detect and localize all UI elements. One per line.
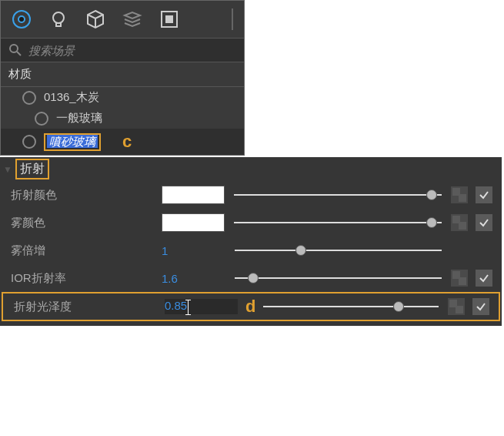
material-item[interactable]: 0136_木炭 — [1, 87, 244, 108]
prop-label: 折射颜色 — [0, 188, 162, 203]
enable-checkbox[interactable] — [476, 270, 492, 287]
svg-point-3 — [53, 12, 64, 23]
svg-point-2 — [19, 17, 24, 22]
slider[interactable] — [263, 297, 439, 316]
row-ior: IOR折射率 1.6 — [0, 264, 502, 292]
texture-toggle[interactable] — [451, 186, 468, 203]
text-cursor-icon — [188, 300, 189, 314]
texture-toggle[interactable] — [448, 298, 465, 315]
material-label: 噴砂玻璃 — [47, 135, 98, 148]
annotation-c: c — [122, 132, 132, 152]
material-item[interactable]: 一般玻璃 — [1, 108, 244, 129]
section-header-refraction[interactable]: ▼ 折射 — [0, 157, 502, 181]
scene-panel: 材质 0136_木炭 一般玻璃 噴砂玻璃 c — [0, 0, 245, 156]
material-swatch-icon — [22, 91, 36, 105]
section-title-materials: 材质 — [1, 62, 244, 87]
prop-value[interactable]: 1.6 — [162, 272, 235, 285]
prop-label: 雾颜色 — [0, 216, 162, 230]
material-list: 0136_木炭 一般玻璃 噴砂玻璃 c — [1, 87, 244, 155]
search-icon — [8, 43, 22, 57]
target-icon[interactable] — [12, 9, 32, 29]
material-item-selected[interactable]: 噴砂玻璃 c — [1, 129, 244, 155]
prop-value-editing[interactable]: 0.85 — [165, 299, 238, 314]
svg-line-8 — [17, 52, 21, 55]
panel-toolbar — [1, 1, 244, 38]
annotation-box-title: 折射 — [15, 159, 49, 179]
color-swatch[interactable] — [162, 186, 225, 204]
svg-point-7 — [10, 45, 18, 52]
slider[interactable] — [234, 186, 442, 204]
slider[interactable] — [235, 269, 442, 287]
texture-toggle[interactable] — [451, 214, 468, 231]
search-input[interactable] — [28, 44, 236, 57]
prop-label: 雾倍增 — [0, 243, 162, 258]
enable-checkbox[interactable] — [476, 214, 492, 231]
material-swatch-icon — [35, 112, 48, 126]
collapse-triangle-icon: ▼ — [3, 164, 12, 175]
enable-checkbox[interactable] — [476, 186, 492, 203]
prop-label: 折射光泽度 — [3, 300, 165, 314]
section-title: 折射 — [20, 162, 45, 175]
svg-rect-6 — [165, 15, 173, 23]
prop-label: IOR折射率 — [0, 271, 162, 286]
texture-toggle[interactable] — [451, 270, 468, 287]
svg-rect-4 — [56, 23, 61, 26]
row-refraction-glossiness: 折射光泽度 0.85 d — [2, 292, 500, 321]
material-label: 0136_木炭 — [44, 90, 99, 105]
cube-icon[interactable] — [85, 9, 105, 29]
refraction-panel: ▼ 折射 折射颜色 雾颜色 雾倍增 1 IOR折射率 1.6 — [0, 157, 502, 326]
slider[interactable] — [235, 241, 442, 260]
material-label: 一般玻璃 — [56, 111, 102, 126]
row-refraction-color: 折射颜色 — [0, 181, 502, 209]
layers-icon[interactable] — [122, 9, 142, 29]
lightbulb-icon[interactable] — [48, 9, 68, 29]
row-fog-multiplier: 雾倍增 1 — [0, 236, 502, 264]
material-swatch-icon — [22, 135, 36, 149]
toolbar-separator — [232, 8, 233, 30]
annotation-box-c: 噴砂玻璃 — [44, 133, 101, 151]
color-swatch[interactable] — [162, 213, 225, 232]
square-icon[interactable] — [159, 9, 179, 29]
row-fog-color: 雾颜色 — [0, 209, 502, 236]
enable-checkbox[interactable] — [472, 298, 489, 315]
annotation-d: d — [245, 297, 255, 317]
search-row — [1, 38, 244, 62]
slider[interactable] — [234, 213, 442, 232]
prop-value[interactable]: 1 — [162, 244, 235, 257]
